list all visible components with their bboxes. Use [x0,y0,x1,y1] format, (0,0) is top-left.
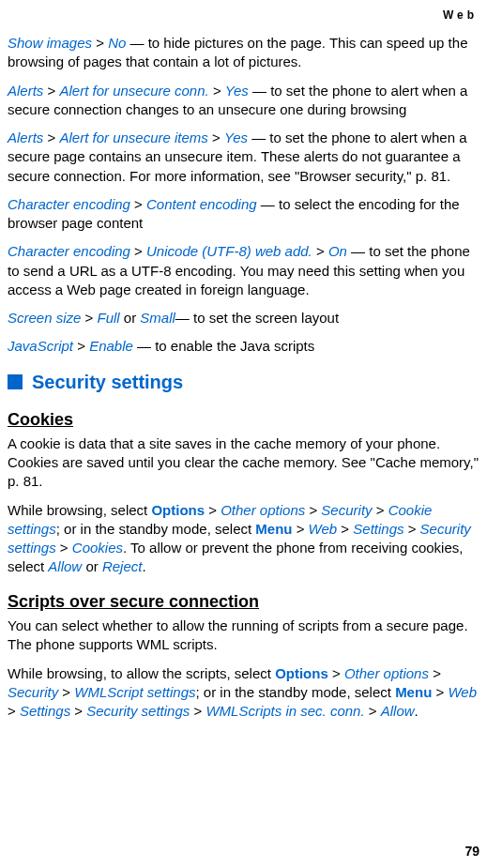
link-full: Full [97,310,119,326]
separator: > [43,129,59,145]
separator: > [70,703,86,719]
link-cookies: Cookies [72,540,123,556]
scripts-instructions: While browsing, to allow the scripts, se… [8,664,479,722]
text-or: or [82,558,102,574]
text: ; or in the standby mode, select [196,684,396,700]
link-yes: Yes [224,129,248,145]
separator: > [365,703,381,719]
text: While browsing, select [8,502,151,518]
separator: > [73,338,89,354]
text: While browsing, to allow the scripts, se… [8,665,275,681]
separator: > [305,502,321,518]
link-char-encoding: Character encoding [8,243,130,259]
link-settings: Settings [353,521,403,537]
text: ; or in the standby mode, select [56,521,256,537]
link-no: No [108,35,126,51]
setting-show-images: Show images > No — to hide pictures on t… [8,34,479,72]
separator: > [373,502,388,518]
separator: > [328,665,344,681]
scripts-desc: You can select whether to allow the runn… [8,617,479,655]
link-alert-unsecure-items: Alert for unsecure items [59,129,207,145]
setting-alerts-unsecure-conn: Alerts > Alert for unsecure conn. > Yes … [8,82,479,120]
separator: > [81,310,97,326]
text: — to enable the Java scripts [133,338,314,354]
cookies-instructions: While browsing, select Options > Other o… [8,501,479,577]
link-options: Options [275,665,328,681]
setting-char-encoding-utf8: Character encoding > Unicode (UTF-8) web… [8,242,479,299]
link-options: Options [151,502,205,518]
page-header-label: Web [8,8,479,23]
link-other-options: Other options [221,502,305,518]
link-enable: Enable [89,338,133,354]
link-security: Security [8,684,58,700]
text: — to set the screen layout [175,310,339,326]
link-web: Web [309,521,338,537]
page-number: 79 [464,843,479,860]
separator: > [205,502,221,518]
text-or: or [120,310,141,326]
link-allow: Allow [48,558,82,574]
link-security-settings: Security settings [86,703,190,719]
setting-char-encoding-content: Character encoding > Content encoding — … [8,195,479,234]
separator: > [208,129,224,145]
separator: > [92,35,108,51]
section-marker-icon [8,374,23,389]
link-alerts: Alerts [8,129,43,145]
link-javascript: JavaScript [8,338,73,354]
cookies-desc: A cookie is data that a site saves in th… [8,434,479,492]
link-unicode-utf8: Unicode (UTF-8) web add. [146,243,312,259]
separator: > [130,196,146,212]
separator: > [130,243,146,259]
separator: > [190,703,205,719]
link-yes: Yes [225,83,249,99]
link-small: Small [140,310,175,326]
separator: > [337,521,353,537]
link-web: Web [448,684,477,700]
separator: > [404,521,420,537]
separator: > [432,684,448,700]
link-other-options: Other options [344,665,429,681]
separator: > [293,521,309,537]
subheading-scripts: Scripts over secure connection [8,590,479,613]
link-allow: Allow [381,703,415,719]
link-reject: Reject [102,558,143,574]
setting-javascript: JavaScript > Enable — to enable the Java… [8,337,479,356]
link-alert-unsecure-conn: Alert for unsecure conn. [59,83,208,99]
link-on: On [328,243,347,259]
separator: > [8,703,20,719]
link-content-encoding: Content encoding [146,196,257,212]
separator: > [209,83,225,99]
link-show-images: Show images [8,35,92,51]
link-alerts: Alerts [8,83,43,99]
separator: > [312,243,328,259]
link-menu: Menu [395,684,432,700]
link-security: Security [321,502,372,518]
link-wmlscript-settings: WMLScript settings [74,684,195,700]
link-menu: Menu [255,521,292,537]
link-wmlscripts-sec-conn: WMLScripts in sec. conn. [205,703,364,719]
link-settings: Settings [20,703,70,719]
separator: > [43,83,59,99]
setting-screen-size: Screen size > Full or Small— to set the … [8,309,479,327]
link-screen-size: Screen size [8,310,81,326]
separator: > [429,665,441,681]
link-char-encoding: Character encoding [8,196,130,212]
setting-alerts-unsecure-items: Alerts > Alert for unsecure items > Yes … [8,129,479,186]
separator: > [56,540,72,556]
text: . [415,703,419,719]
section-title: Security settings [32,370,183,395]
text: . [142,558,145,574]
section-heading-security-settings: Security settings [8,370,479,395]
separator: > [58,684,74,700]
subheading-cookies: Cookies [8,408,479,431]
